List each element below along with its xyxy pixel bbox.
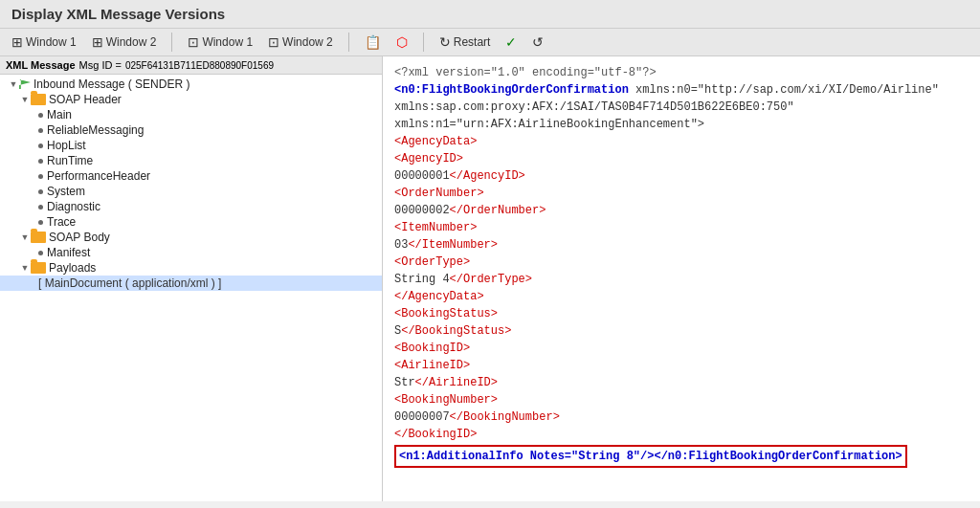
label-trace: Trace	[47, 215, 76, 229]
tree-item-reliable[interactable]: ReliableMessaging	[0, 122, 382, 138]
toolbar-window2a-label: Window 2	[106, 35, 157, 49]
label-soap-body: SOAP Body	[49, 231, 110, 244]
tree-item-system[interactable]: System	[0, 184, 382, 199]
flag-icon-inbound	[19, 79, 31, 89]
bullet-reliable	[38, 128, 43, 133]
xml-line-bookingnumber-open: <BookingNumber>	[394, 391, 969, 409]
xml-tag-agencyid-close: </AgencyID>	[450, 169, 525, 183]
xml-tag-bookingid-close: </BookingID>	[394, 428, 477, 441]
toggle-inbound[interactable]: ▼	[8, 79, 19, 89]
label-main: Main	[47, 108, 72, 121]
tree-item-payloads[interactable]: ▼ Payloads	[0, 260, 382, 276]
label-soap-header: SOAP Header	[49, 93, 122, 106]
xml-tag-agencydata-open: <AgencyData>	[394, 135, 477, 148]
label-maindoc: [ MainDocument ( application/xml ) ]	[38, 276, 221, 290]
label-reliable: ReliableMessaging	[47, 123, 144, 137]
toolbar-sep1	[171, 33, 172, 52]
bullet-perfheader	[38, 174, 43, 179]
xml-line-bookingstatus-val: S</BookingStatus>	[394, 322, 969, 340]
label-perfheader: PerformanceHeader	[47, 169, 150, 183]
bullet-main	[38, 113, 43, 118]
xml-ns-attr1: xmlns:n0="http://sap.com/xi/XI/Demo/Airl…	[629, 83, 939, 97]
toggle-payloads[interactable]: ▼	[19, 263, 31, 273]
label-manifest: Manifest	[47, 246, 90, 259]
toolbar-window1b-label: Window 1	[202, 35, 253, 49]
xml-tag-bookingnumber-open: <BookingNumber>	[394, 393, 498, 407]
xml-line-itemnumber-val: 03</ItemNumber>	[394, 236, 969, 254]
tree-node-label: XML Message	[6, 59, 76, 71]
toolbar-restart-label: Restart	[454, 35, 491, 49]
toolbar-window1a-label: Window 1	[26, 35, 77, 49]
xml-text-airlineid: Str	[394, 376, 415, 389]
toolbar: ⊞ Window 1 ⊞ Window 2 ⊡ Window 1 ⊡ Windo…	[0, 29, 980, 56]
tree-msgid-label: Msg ID =	[79, 59, 122, 71]
toolbar-restart-button[interactable]: ↻ Restart	[435, 33, 495, 52]
toggle-soap-header[interactable]: ▼	[19, 95, 31, 104]
tree-item-hoplist[interactable]: HopList	[0, 138, 382, 153]
toolbar-window1b[interactable]: ⊡ Window 1	[184, 33, 256, 52]
label-payloads: Payloads	[49, 261, 96, 275]
xml-line-declaration: <?xml version="1.0" encoding="utf-8"?>	[394, 64, 969, 81]
xml-tag-bookingid-open: <BookingID>	[394, 342, 470, 355]
window2b-icon: ⊡	[268, 34, 279, 50]
toolbar-check-button[interactable]: ✓	[501, 33, 521, 52]
toolbar-window2a[interactable]: ⊞ Window 2	[88, 33, 161, 52]
toolbar-window2b[interactable]: ⊡ Window 2	[264, 33, 337, 52]
xml-tag-itemnumber-close: </ItemNumber>	[408, 238, 498, 252]
xml-tag-bookingnumber-close: </BookingNumber>	[450, 410, 560, 424]
label-diagnostic: Diagnostic	[47, 200, 100, 213]
xml-panel: <?xml version="1.0" encoding="utf-8"?> <…	[383, 56, 980, 501]
tree-item-main[interactable]: Main	[0, 107, 382, 122]
tree-content: ▼ Inbound Message ( SENDER ) ▼ SOAP Head…	[0, 75, 382, 293]
xml-tag-bookingstatus-close: </BookingStatus>	[401, 324, 511, 338]
toolbar-copy-button[interactable]: 📋	[361, 33, 385, 52]
xml-line-ordernumber-val: 00000002</OrderNumber>	[394, 202, 969, 219]
refresh-icon: ↺	[532, 34, 544, 50]
tree-item-trace[interactable]: Trace	[0, 214, 382, 230]
tree-item-perfheader[interactable]: PerformanceHeader	[0, 168, 382, 184]
xml-tag-itemnumber-open: <ItemNumber>	[394, 221, 477, 234]
toolbar-refresh-button[interactable]: ↺	[528, 33, 547, 52]
tree-header: XML Message Msg ID = 025F64131B711ED8808…	[0, 56, 382, 75]
xml-line-bookingnumber-val: 00000007</BookingNumber>	[394, 409, 969, 426]
xml-line-agencydata-close: </AgencyData>	[394, 288, 969, 305]
restart-icon: ↻	[439, 34, 451, 50]
tree-item-soap-body[interactable]: ▼ SOAP Body	[0, 230, 382, 245]
toolbar-alert-button[interactable]: ⬡	[392, 33, 412, 52]
folder-icon-soap-body	[31, 232, 46, 243]
xml-line-ns-attr3: xmlns:n1="urn:AFX:AirlineBookingEnhancem…	[394, 116, 969, 133]
xml-tag-agencydata-close: </AgencyData>	[394, 290, 484, 303]
tree-item-manifest[interactable]: Manifest	[0, 245, 382, 260]
window1b-icon: ⊡	[188, 34, 199, 50]
xml-line-ordernumber-open: <OrderNumber>	[394, 185, 969, 202]
tree-item-diagnostic[interactable]: Diagnostic	[0, 199, 382, 214]
xml-text-agencyid: 00000001	[394, 169, 450, 183]
xml-tag-airlineid-open: <AirlineID>	[394, 359, 470, 372]
xml-line-agencyid-val: 00000001</AgencyID>	[394, 167, 969, 185]
toolbar-window1a[interactable]: ⊞ Window 1	[8, 33, 80, 52]
copy-icon: 📋	[365, 34, 381, 50]
label-inbound: Inbound Message ( SENDER )	[33, 77, 189, 91]
bullet-hoplist	[38, 144, 43, 148]
xml-line-bookingid-close: </BookingID>	[394, 426, 969, 443]
main-content: XML Message Msg ID = 025F64131B711ED8808…	[0, 56, 980, 501]
window1a-icon: ⊞	[11, 34, 23, 50]
xml-text-itemnumber: 03	[394, 238, 408, 252]
toolbar-sep3	[423, 33, 424, 52]
tree-item-runtime[interactable]: RunTime	[0, 153, 382, 168]
tree-item-maindoc[interactable]: [ MainDocument ( application/xml ) ]	[0, 276, 382, 291]
tree-item-inbound[interactable]: ▼ Inbound Message ( SENDER )	[0, 77, 382, 92]
label-system: System	[47, 185, 85, 198]
title-text: Display XML Message Versions	[11, 6, 225, 22]
bullet-runtime	[38, 159, 43, 164]
tree-item-soap-header[interactable]: ▼ SOAP Header	[0, 92, 382, 107]
bullet-trace	[38, 220, 43, 225]
bullet-system	[38, 189, 43, 194]
label-runtime: RunTime	[47, 154, 93, 167]
xml-line-ns-open: <n0:FlightBookingOrderConfirmation xmlns…	[394, 81, 969, 99]
toggle-soap-body[interactable]: ▼	[19, 232, 31, 242]
label-hoplist: HopList	[47, 139, 86, 152]
xml-line-itemnumber-open: <ItemNumber>	[394, 219, 969, 236]
xml-line-agencydata-open: <AgencyData>	[394, 133, 969, 150]
xml-tag-ordertype-close: </OrderType>	[450, 273, 532, 286]
